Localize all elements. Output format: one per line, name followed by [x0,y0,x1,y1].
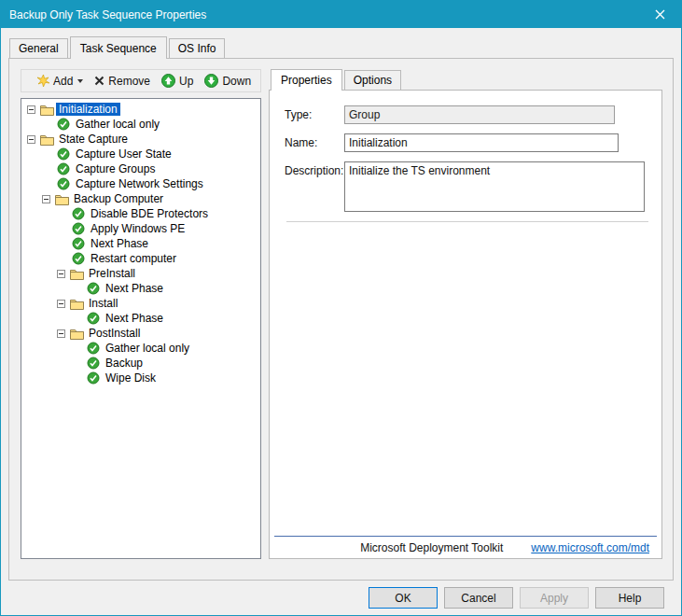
step-check-icon [72,252,88,265]
tree-item-label: Backup Computer [71,192,166,205]
tree-item-backup[interactable]: Backup [21,356,260,371]
step-check-icon [87,371,103,385]
tree-item-gather-local-only[interactable]: Gather local only [21,341,260,356]
tab-task-sequence[interactable]: Task Sequence [70,36,167,59]
tree-item-state-capture[interactable]: State Capture [21,132,260,147]
subtab-properties[interactable]: Properties [271,69,342,91]
dialog-button-row: OK Cancel Apply Help [1,581,681,615]
task-sequence-tab-page: Add Remove Up Down [8,58,674,581]
tree-item-label: Gather local only [103,342,192,355]
tree-pane: Add Remove Up Down [21,69,261,559]
folder-icon [70,298,86,310]
down-label: Down [222,75,251,88]
tree-item-install[interactable]: Install [21,296,260,311]
tree-item-label: State Capture [56,133,131,146]
step-check-icon [57,147,73,161]
tree-item-capture-user-state[interactable]: Capture User State [21,147,260,161]
type-input[interactable] [344,105,615,124]
name-label: Name: [285,133,344,152]
cancel-button[interactable]: Cancel [444,587,513,609]
tree-item-gather-local-only[interactable]: Gather local only [21,117,260,132]
step-check-icon [72,207,88,220]
tree-item-next-phase[interactable]: Next Phase [21,236,260,251]
step-check-icon [87,312,103,325]
tree-item-label: Initialization [56,103,120,116]
step-check-icon [87,357,103,370]
step-check-icon [57,118,73,131]
description-textarea[interactable]: Initialize the TS environment [344,161,645,212]
tab-os-info[interactable]: OS Info [169,38,226,58]
tree-item-initialization[interactable]: Initialization [21,102,260,117]
add-dropdown-caret-icon [77,79,83,83]
step-check-icon [87,282,103,295]
tree-item-next-phase[interactable]: Next Phase [21,311,260,326]
main-tab-strip: General Task Sequence OS Info [1,36,681,58]
tree-item-preinstall[interactable]: PreInstall [21,266,260,281]
field-separator [286,221,648,222]
subtab-options[interactable]: Options [344,70,401,90]
properties-pane: Properties Options Type: Name: Descripti… [269,69,662,559]
expand-toggle[interactable] [27,135,35,144]
tree-item-label: Restart computer [88,252,179,265]
down-button[interactable]: Down [199,72,257,90]
tree-toolbar: Add Remove Up Down [21,69,261,92]
tree-item-next-phase[interactable]: Next Phase [21,281,260,296]
apply-button: Apply [520,587,589,609]
close-icon [655,9,665,20]
tree-item-wipe-disk[interactable]: Wipe Disk [21,371,260,385]
folder-icon [55,193,71,205]
tree-item-label: Capture User State [73,147,174,161]
expand-toggle[interactable] [57,329,65,338]
tree-item-backup-computer[interactable]: Backup Computer [21,191,260,206]
tree-item-restart-computer[interactable]: Restart computer [21,251,260,266]
expand-toggle[interactable] [57,270,65,278]
tree-item-label: Next Phase [103,282,166,295]
tree-item-label: Apply Windows PE [88,222,188,235]
title-bar: Backup Only Task Sequence Properties [1,1,681,28]
help-button[interactable]: Help [595,587,664,609]
tree-item-capture-groups[interactable]: Capture Groups [21,161,260,176]
tree-item-label: Install [86,297,120,310]
task-sequence-tree: Initialization Gather local only State C… [21,98,261,559]
mdt-footer: Microsoft Deployment Toolkit www.microso… [274,536,657,558]
tree-item-label: Disable BDE Protectors [88,207,211,220]
close-button[interactable] [639,1,681,28]
tree-item-label: Capture Network Settings [73,177,206,190]
remove-button[interactable]: Remove [89,73,156,90]
tree-item-label: Capture Groups [73,162,158,175]
add-icon [37,75,49,87]
ok-button[interactable]: OK [369,587,438,609]
up-button[interactable]: Up [156,72,199,90]
description-label: Description: [285,161,344,212]
down-icon [204,74,218,88]
folder-icon [70,268,86,280]
tree-item-label: Wipe Disk [103,371,159,385]
type-label: Type: [285,105,344,124]
tree-item-capture-network-settings[interactable]: Capture Network Settings [21,176,260,191]
tree-item-disable-bde-protectors[interactable]: Disable BDE Protectors [21,206,260,221]
step-check-icon [87,342,103,355]
up-icon [161,74,175,88]
step-check-icon [57,177,73,190]
tree-item-postinstall[interactable]: PostInstall [21,326,260,341]
window-title: Backup Only Task Sequence Properties [1,8,639,21]
mdt-link[interactable]: www.microsoft.com/mdt [531,541,649,554]
dialog-window: Backup Only Task Sequence Properties Gen… [0,0,682,616]
add-label: Add [53,75,73,88]
expand-toggle[interactable] [27,105,35,114]
add-button[interactable]: Add [32,73,89,90]
tree-item-label: Next Phase [88,237,151,250]
name-input[interactable] [344,133,619,152]
name-field-row: Name: [285,133,650,152]
expand-toggle[interactable] [42,195,50,203]
tree-item-label: PreInstall [86,267,138,280]
tree-item-apply-windows-pe[interactable]: Apply Windows PE [21,221,260,236]
up-label: Up [179,75,193,88]
step-check-icon [57,162,73,175]
remove-icon [94,76,104,86]
tab-general[interactable]: General [9,38,68,58]
tree-item-label: Next Phase [103,312,166,325]
expand-toggle[interactable] [57,300,65,308]
folder-icon [40,104,56,116]
tree-item-label: Gather local only [73,118,162,131]
